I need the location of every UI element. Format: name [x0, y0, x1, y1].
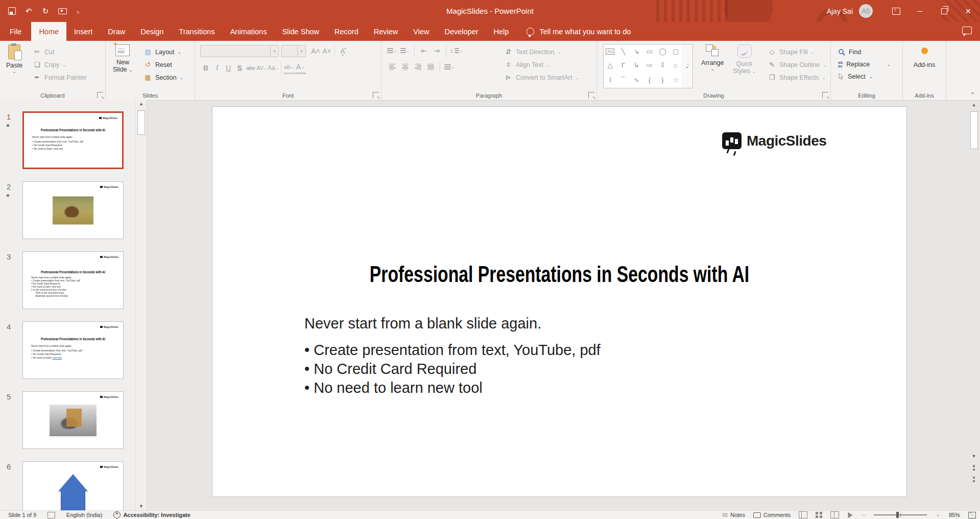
avatar[interactable]: AS: [859, 4, 873, 18]
align-text-button[interactable]: ⇳Align Text⌄: [504, 58, 579, 71]
slide-bullet-list[interactable]: • Create presentation from text, YouTube…: [304, 341, 601, 397]
star-shape-icon[interactable]: ☆: [673, 76, 679, 84]
ribbon-display-options-icon[interactable]: [884, 0, 908, 22]
slide-indicator[interactable]: Slide 1 of 9: [8, 512, 36, 518]
highlight-color-button[interactable]: ab⌄: [283, 61, 295, 74]
tab-review[interactable]: Review: [366, 22, 406, 41]
slide-intro-text[interactable]: Never start from a blank slide again.: [304, 315, 541, 332]
layout-button[interactable]: ▤Layout⌄: [144, 45, 183, 58]
paragraph-dialog-launcher[interactable]: [588, 92, 594, 98]
paste-dropdown[interactable]: ⌄: [12, 69, 16, 74]
decrease-indent-button[interactable]: ⇤: [418, 45, 429, 56]
slide-thumbnail-2[interactable]: MagicSlides: [22, 181, 124, 239]
save-icon[interactable]: [7, 7, 16, 16]
new-slide-button[interactable]: NewSlide ⌄: [113, 44, 133, 74]
find-button[interactable]: Find: [838, 46, 891, 58]
slide-thumbnail-4[interactable]: MagicSlides Professional Presentations i…: [22, 321, 124, 379]
scrollbar-thumb[interactable]: [137, 110, 145, 135]
copy-dropdown[interactable]: ⌄: [62, 62, 66, 67]
tab-draw[interactable]: Draw: [100, 22, 133, 41]
justify-button[interactable]: [425, 61, 436, 73]
increase-indent-button[interactable]: ⇥: [431, 45, 442, 56]
shrink-font-button[interactable]: A˅: [321, 45, 332, 57]
reading-view-button[interactable]: [830, 511, 839, 518]
zoom-level[interactable]: 85%: [949, 512, 960, 518]
start-slideshow-icon[interactable]: [58, 7, 67, 16]
quick-styles-button[interactable]: QuickStyles ⌄: [733, 44, 756, 75]
tab-design[interactable]: Design: [133, 22, 171, 41]
font-dialog-launcher[interactable]: [373, 92, 379, 98]
bullets-button[interactable]: ⌄: [387, 45, 398, 56]
slide-canvas[interactable]: MagicSlides Professional Presentations i…: [212, 106, 907, 497]
down-arrow-shape-icon[interactable]: ⇩: [660, 61, 665, 69]
notes-button[interactable]: Notes: [722, 512, 745, 518]
text-box-shape-icon[interactable]: A≡: [606, 49, 614, 55]
shape-effects-button[interactable]: ❒Shape Effects⌄: [768, 71, 827, 84]
font-name-combo[interactable]: ▾: [200, 45, 279, 57]
tab-record[interactable]: Record: [327, 22, 366, 41]
undo-icon[interactable]: ↶: [24, 7, 33, 16]
rounded-rectangle-shape-icon[interactable]: ▢: [673, 48, 679, 55]
language-indicator[interactable]: English (India): [66, 512, 102, 518]
fit-slide-to-window-icon[interactable]: [968, 512, 976, 518]
cut-button[interactable]: ✂Cut: [33, 45, 87, 58]
tab-home[interactable]: Home: [31, 22, 66, 41]
grow-font-button[interactable]: A˄: [310, 45, 321, 57]
slide-title[interactable]: Professional Presentations in Seconds wi…: [299, 261, 820, 288]
numbering-button[interactable]: ⌄: [399, 45, 411, 56]
restore-icon[interactable]: [932, 0, 956, 22]
line-spacing-button[interactable]: ↕⌄: [450, 45, 463, 56]
scroll-down-icon[interactable]: ▼: [969, 454, 978, 459]
character-spacing-button[interactable]: AV⌄: [256, 62, 268, 74]
arrange-button[interactable]: Arrange⌄: [701, 44, 724, 72]
scroll-up-icon[interactable]: ▲: [136, 101, 147, 106]
accessibility-status[interactable]: Accessibility: Investigate: [113, 511, 190, 518]
font-size-combo[interactable]: ▾: [281, 45, 306, 57]
change-case-button[interactable]: Aa⌄: [268, 62, 279, 74]
zoom-slider[interactable]: [874, 514, 927, 515]
curve-shape-icon[interactable]: ∿: [634, 76, 639, 84]
left-brace-shape-icon[interactable]: {: [649, 76, 651, 84]
zoom-slider-thumb[interactable]: [896, 512, 899, 518]
customize-qat-icon[interactable]: ⌄̲: [75, 7, 81, 16]
elbow-connector-icon[interactable]: Γ: [622, 61, 625, 69]
tab-view[interactable]: View: [405, 22, 437, 41]
arrow-shape-icon[interactable]: ↘: [634, 48, 639, 55]
scroll-up-icon[interactable]: ▲: [969, 102, 978, 107]
next-slide-button[interactable]: ▼▼: [969, 476, 978, 483]
tab-animations[interactable]: Animations: [223, 22, 275, 41]
comments-button[interactable]: Comments: [753, 512, 791, 518]
zoom-in-button[interactable]: ＋: [935, 511, 941, 519]
slide-thumbnail-6[interactable]: MagicSlides: [22, 461, 124, 511]
slideshow-view-button[interactable]: [848, 512, 853, 518]
convert-smartart-button[interactable]: ⊳Convert to SmartArt⌄: [504, 71, 579, 84]
align-left-button[interactable]: [387, 61, 398, 73]
tell-me-box[interactable]: Tell me what you want to do: [527, 22, 631, 41]
format-painter-button[interactable]: ✒Format Painter: [33, 71, 87, 84]
redo-icon[interactable]: ↻: [41, 7, 50, 16]
elbow-arrow-connector-icon[interactable]: ↳: [634, 61, 639, 69]
text-direction-button[interactable]: ⇵Text Direction⌄: [504, 45, 579, 58]
tab-help[interactable]: Help: [486, 22, 517, 41]
shapes-gallery[interactable]: A≡ ╲ ↘ ▭ ◯ ▢ △ Γ ↳ ⇨ ⇩ ⌂ ⌇ ⌒ ∿ { } ☆: [603, 44, 683, 88]
paste-button[interactable]: Paste ⌄: [6, 44, 22, 74]
scroll-down-icon[interactable]: ▼: [136, 504, 147, 509]
tab-slide-show[interactable]: Slide Show: [274, 22, 327, 41]
main-scrollbar[interactable]: ▲ ▼ ▲▲ ▼▼: [969, 100, 978, 511]
reset-button[interactable]: ↺Reset: [144, 58, 183, 71]
underline-button[interactable]: U: [223, 62, 234, 74]
freeform-shape-icon[interactable]: ⌂: [674, 61, 678, 69]
tab-insert[interactable]: Insert: [66, 22, 100, 41]
scribble-shape-icon[interactable]: ⌇: [609, 76, 612, 84]
shape-fill-button[interactable]: ◇Shape Fill⌄: [768, 45, 827, 58]
line-shape-icon[interactable]: ╲: [622, 48, 626, 55]
oval-shape-icon[interactable]: ◯: [659, 48, 666, 55]
columns-button[interactable]: ⌄: [444, 61, 455, 73]
close-icon[interactable]: ✕: [956, 0, 980, 22]
arc-shape-icon[interactable]: ⌒: [620, 76, 627, 85]
bold-button[interactable]: B: [200, 62, 211, 74]
slide-thumbnail-3[interactable]: MagicSlides Professional Presentations i…: [22, 251, 124, 309]
shapes-gallery-more[interactable]: ⌄̄: [682, 44, 693, 88]
comments-flag-icon[interactable]: [962, 27, 972, 34]
section-button[interactable]: ▦Section⌄: [144, 71, 183, 84]
